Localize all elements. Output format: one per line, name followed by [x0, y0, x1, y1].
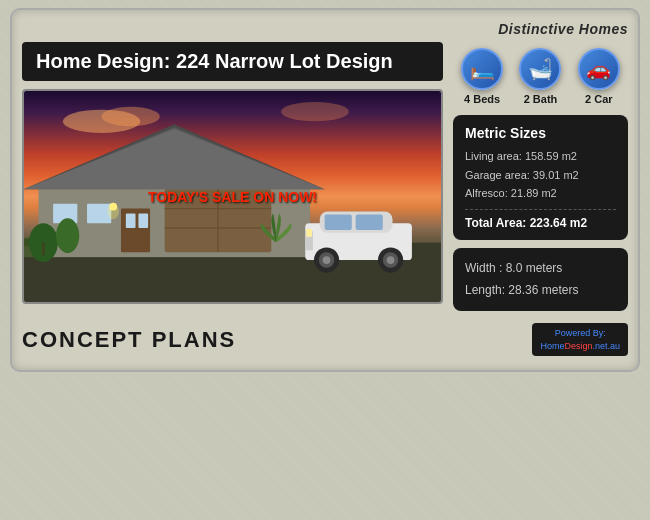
- bath-icon-item: 🛁 2 Bath: [519, 48, 561, 105]
- garage-area: Garage area: 39.01 m2: [465, 166, 616, 185]
- bath-label: 2 Bath: [524, 93, 558, 105]
- title-bar: Home Design: 224 Narrow Lot Design: [22, 42, 443, 81]
- svg-point-1: [102, 107, 160, 126]
- length-line: Length: 28.36 meters: [465, 280, 616, 302]
- main-container: Distinctive Homes Home Design: 224 Narro…: [10, 8, 640, 372]
- sale-badge: TODAY'S SALE ON NOW!: [148, 189, 317, 205]
- svg-marker-19: [24, 129, 325, 189]
- home-text: Home: [540, 341, 564, 351]
- car-icon-item: 🚗 2 Car: [578, 48, 620, 105]
- svg-rect-15: [138, 213, 148, 228]
- total-area: Total Area: 223.64 m2: [465, 216, 616, 230]
- beds-icon: 🛏️: [461, 48, 503, 90]
- metric-sizes-box: Metric Sizes Living area: 158.59 m2 Gara…: [453, 115, 628, 240]
- car-label: 2 Car: [585, 93, 613, 105]
- width-line: Width : 8.0 meters: [465, 258, 616, 280]
- powered-by: Powered By: HomeDesign.net.au: [532, 323, 628, 356]
- concept-plans-label: CONCEPT PLANS: [22, 327, 236, 353]
- svg-point-27: [323, 256, 331, 264]
- brand-area: Distinctive Homes: [22, 20, 628, 38]
- powered-by-text: Powered By:: [555, 328, 606, 338]
- beds-icon-item: 🛏️ 4 Beds: [461, 48, 503, 105]
- left-panel: Home Design: 224 Narrow Lot Design: [22, 42, 443, 311]
- car-icon: 🚗: [578, 48, 620, 90]
- icons-row: 🛏️ 4 Beds 🛁 2 Bath 🚗 2 Car: [453, 42, 628, 107]
- alfresco-area: Alfresco: 21.89 m2: [465, 184, 616, 203]
- svg-rect-32: [306, 229, 312, 237]
- living-area: Living area: 158.59 m2: [465, 147, 616, 166]
- svg-rect-24: [356, 214, 383, 230]
- page-title: Home Design: 224 Narrow Lot Design: [36, 50, 393, 72]
- dimensions-box: Width : 8.0 meters Length: 28.36 meters: [453, 248, 628, 311]
- metric-sizes-title: Metric Sizes: [465, 125, 616, 141]
- svg-point-17: [107, 204, 119, 220]
- right-panel: 🛏️ 4 Beds 🛁 2 Bath 🚗 2 Car Metric Sizes …: [453, 42, 628, 311]
- brand-text: Distinctive Homes: [498, 21, 628, 37]
- home-design-link: HomeDesign.net.au: [540, 341, 620, 351]
- svg-point-2: [281, 102, 349, 121]
- content-area: Home Design: 224 Narrow Lot Design: [22, 42, 628, 311]
- house-image: TODAY'S SALE ON NOW!: [22, 89, 443, 304]
- bottom-bar: CONCEPT PLANS Powered By: HomeDesign.net…: [22, 319, 628, 360]
- bath-icon: 🛁: [519, 48, 561, 90]
- svg-rect-23: [325, 214, 352, 230]
- beds-label: 4 Beds: [464, 93, 500, 105]
- divider: [465, 209, 616, 210]
- svg-point-34: [56, 218, 79, 253]
- design-text: Design: [564, 341, 592, 351]
- svg-point-30: [387, 256, 395, 264]
- svg-rect-14: [126, 213, 136, 228]
